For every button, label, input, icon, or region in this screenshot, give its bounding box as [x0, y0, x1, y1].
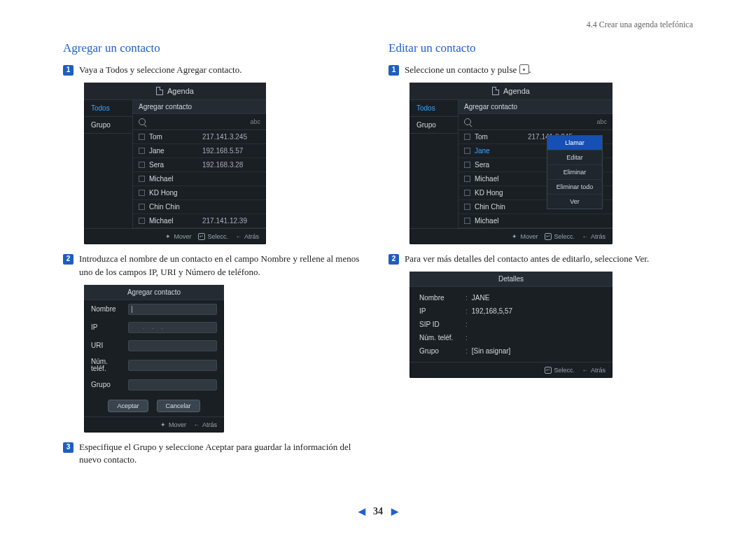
- page-navigation: ◀ 34 ▶: [0, 506, 756, 517]
- agenda-title: Agenda: [167, 87, 194, 95]
- uri-input[interactable]: [128, 340, 217, 351]
- add-contact-form-screenshot: Agregar contacto Nombre IP URI Núm. telé…: [84, 285, 224, 433]
- step-add-2: 2 Introduzca el nombre de un contacto en…: [63, 253, 368, 279]
- sidebar-item-todos[interactable]: Todos: [410, 100, 458, 117]
- footer-back: ←Atrás: [582, 367, 606, 374]
- document-icon: [156, 87, 163, 95]
- step-text: Vaya a Todos y seleccione Agregar contac…: [79, 64, 368, 77]
- footer-select: ↵Selecc.: [198, 233, 228, 240]
- document-icon: [492, 87, 499, 95]
- step-text: Especifique el Grupo y seleccione Acepta…: [79, 441, 368, 468]
- step-add-3: 3 Especifique el Grupo y seleccione Acep…: [63, 441, 368, 468]
- search-icon: [139, 118, 146, 125]
- contact-list: Tom217.141.3.245 Jane192.168.5.57 Sera19…: [133, 130, 266, 228]
- list-item[interactable]: Sera192.168.3.28: [133, 158, 266, 172]
- breadcrumb: 4.4 Crear una agenda telefónica: [63, 20, 693, 30]
- col-editar: Editar un contacto 1 Seleccione un conta…: [388, 41, 693, 472]
- step-number-icon: 1: [388, 65, 399, 76]
- search-input[interactable]: [475, 117, 592, 127]
- prev-page-button[interactable]: ◀: [353, 506, 371, 517]
- sidebar-item-grupo[interactable]: Grupo: [410, 117, 458, 134]
- step-number-icon: 2: [63, 254, 74, 265]
- step-edit-1: 1 Seleccione un contacto y pulse .: [388, 64, 693, 77]
- det-label-grupo: Grupo: [419, 347, 461, 355]
- ip-input[interactable]: [128, 322, 217, 333]
- list-item[interactable]: Michael: [458, 214, 612, 228]
- footer-back: ←Atrás: [235, 233, 259, 240]
- agenda-screenshot-add: Agenda Todos Grupo Agregar contacto abc: [84, 83, 266, 244]
- context-menu: Llamar Editar Eliminar Eliminar todo Ver: [547, 135, 603, 209]
- enter-button-icon: [519, 64, 529, 74]
- aceptar-button[interactable]: Aceptar: [108, 400, 148, 412]
- field-label-num: Núm. teléf.: [91, 358, 122, 372]
- grupo-input[interactable]: [128, 379, 217, 391]
- search-icon: [464, 118, 471, 125]
- search-input[interactable]: [150, 117, 246, 127]
- details-screenshot: Detalles Nombre:JANE IP:192,168,5,57 SIP…: [410, 272, 612, 378]
- input-mode-indicator: abc: [250, 118, 260, 125]
- ctx-editar[interactable]: Editar: [547, 150, 602, 165]
- footer-select: ↵Selecc.: [545, 367, 575, 374]
- form-title: Agregar contacto: [84, 285, 224, 300]
- input-mode-indicator: abc: [596, 118, 607, 125]
- field-label-ip: IP: [91, 323, 122, 331]
- agenda-screenshot-edit: Agenda Todos Grupo Agregar contacto abc: [410, 83, 612, 244]
- step-number-icon: 3: [63, 442, 74, 453]
- ctx-eliminar[interactable]: Eliminar: [547, 165, 602, 180]
- step-text: Seleccione un contacto y pulse .: [405, 64, 693, 77]
- step-edit-2: 2 Para ver más detalles del contacto ant…: [388, 253, 693, 266]
- det-label-sip: SIP ID: [419, 321, 461, 328]
- field-label-uri: URI: [91, 342, 122, 349]
- ctx-llamar[interactable]: Llamar: [547, 136, 602, 150]
- footer-move: ✦Mover: [164, 233, 191, 240]
- field-label-grupo: Grupo: [91, 381, 122, 388]
- det-label-nombre: Nombre: [419, 294, 461, 302]
- footer-move: ✦Mover: [160, 421, 186, 428]
- footer-back: ←Atrás: [193, 421, 217, 428]
- nombre-input[interactable]: [128, 304, 217, 315]
- section-title-edit: Editar un contacto: [388, 41, 693, 55]
- list-item[interactable]: KD Hong: [133, 186, 266, 200]
- footer-select: ↵Selecc.: [545, 233, 575, 240]
- field-label-nombre: Nombre: [91, 305, 122, 313]
- col-agregar: Agregar un contacto 1 Vaya a Todos y sel…: [63, 41, 368, 472]
- sidebar-item-todos[interactable]: Todos: [84, 100, 132, 117]
- section-title-add: Agregar un contacto: [63, 41, 368, 55]
- page-number: 34: [373, 506, 383, 517]
- list-item[interactable]: Jane192.168.5.57: [133, 144, 266, 158]
- add-contact-label[interactable]: Agregar contacto: [464, 103, 607, 111]
- ctx-eliminar-todo[interactable]: Eliminar todo: [547, 180, 602, 195]
- list-item[interactable]: Michael: [133, 172, 266, 186]
- footer-move: ✦Mover: [511, 233, 538, 240]
- next-page-button[interactable]: ▶: [386, 506, 404, 517]
- list-item[interactable]: Michael217.141.12.39: [133, 214, 266, 228]
- step-number-icon: 1: [63, 65, 74, 76]
- list-item[interactable]: Tom217.141.3.245: [133, 130, 266, 144]
- det-label-ip: IP: [419, 307, 461, 315]
- sidebar-item-grupo[interactable]: Grupo: [84, 117, 132, 134]
- step-add-1: 1 Vaya a Todos y seleccione Agregar cont…: [63, 64, 368, 77]
- add-contact-label[interactable]: Agregar contacto: [139, 103, 260, 111]
- det-value-grupo: [Sin asignar]: [472, 347, 511, 355]
- footer-back: ←Atrás: [582, 233, 606, 240]
- step-text: Introduzca el nombre de un contacto en e…: [79, 253, 368, 279]
- det-value-nombre: JANE: [472, 294, 490, 302]
- list-item[interactable]: Chin Chin: [133, 200, 266, 214]
- ctx-ver[interactable]: Ver: [547, 195, 602, 209]
- details-title: Detalles: [410, 272, 612, 287]
- step-number-icon: 2: [388, 254, 399, 265]
- cancelar-button[interactable]: Cancelar: [157, 400, 200, 412]
- num-input[interactable]: [128, 360, 217, 371]
- det-label-num: Núm. teléf.: [419, 334, 461, 342]
- agenda-title: Agenda: [503, 87, 530, 95]
- step-text: Para ver más detalles del contacto antes…: [405, 253, 693, 266]
- det-value-ip: 192,168,5,57: [472, 307, 512, 315]
